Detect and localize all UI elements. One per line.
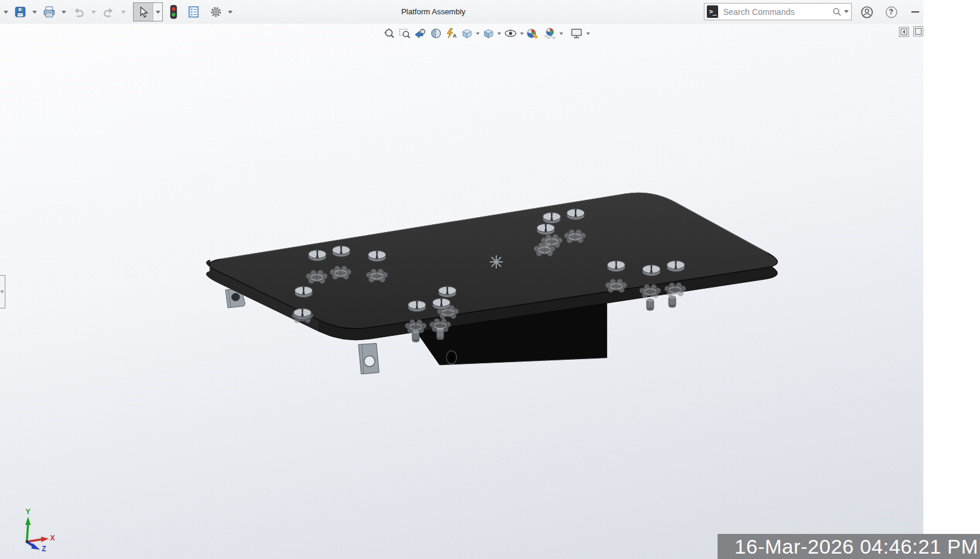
display-style-cube-icon: [482, 27, 495, 39]
interference-check-button[interactable]: [168, 3, 180, 21]
edit-appearance-icon: [526, 27, 540, 39]
print-icon: [42, 5, 56, 18]
task-pane-pin-button[interactable]: [913, 26, 923, 36]
bracket-hole: [364, 356, 375, 367]
edit-appearance-button[interactable]: [525, 27, 541, 40]
search-icon[interactable]: [832, 7, 842, 17]
search-commands-box: >_: [704, 3, 852, 20]
view-orientation-cube-icon: [460, 27, 474, 39]
solidworks-search-logo-icon: >_: [707, 5, 718, 18]
search-commands-input[interactable]: [722, 7, 832, 17]
triad-z-label: Z: [42, 545, 46, 553]
solidworks-window: Platform Assembly >_ ? Evaluate SO: [0, 0, 923, 559]
feature-manager-collapsed-tab[interactable]: [0, 275, 5, 308]
redo-button[interactable]: [100, 3, 118, 21]
apply-scene-button[interactable]: [542, 27, 558, 40]
search-dropdown[interactable]: [844, 10, 849, 13]
save-button[interactable]: [12, 3, 29, 21]
print-dropdown[interactable]: [58, 3, 70, 21]
annotation-wand-icon: A: [445, 27, 458, 39]
dynamic-annotation-button[interactable]: A: [444, 27, 459, 40]
section-view-icon: [429, 27, 443, 39]
account-button[interactable]: [860, 0, 873, 24]
table-list-icon: [187, 5, 200, 18]
previous-view-button[interactable]: [413, 27, 428, 40]
display-style-dropdown[interactable]: [497, 32, 501, 35]
quick-access-toolbar: [0, 0, 236, 24]
timestamp-overlay: 16-Mar-2026 04:46:21 PM: [718, 534, 980, 559]
section-view-button[interactable]: [429, 27, 443, 40]
zoom-to-area-icon: [398, 27, 412, 39]
desktop-background: [923, 0, 980, 559]
reference-triad: Y X Z: [26, 508, 55, 553]
previous-view-icon: [414, 27, 427, 39]
undo-dropdown[interactable]: [88, 3, 100, 21]
view-orientation-dropdown[interactable]: [476, 32, 480, 35]
help-icon: ?: [886, 7, 897, 18]
select-tool-dropdown[interactable]: [153, 3, 162, 21]
gear-icon: [209, 5, 222, 18]
collapse-left-icon: [901, 29, 907, 35]
apply-scene-dropdown[interactable]: [559, 32, 563, 35]
svg-text:A: A: [453, 33, 457, 39]
options-dropdown[interactable]: [224, 3, 236, 21]
options-button[interactable]: [208, 3, 224, 21]
select-tool-button[interactable]: [134, 3, 153, 21]
triad-x-label: X: [50, 534, 55, 542]
mounting-bracket-center[interactable]: [358, 344, 379, 375]
undo-button[interactable]: [70, 3, 88, 21]
print-button[interactable]: [41, 3, 58, 21]
save-icon: [14, 5, 27, 18]
feature-manager-tab-icon: [1, 290, 4, 293]
pin-panel-icon: [915, 28, 922, 35]
hide-show-dropdown[interactable]: [520, 32, 524, 35]
hide-show-items-button[interactable]: [503, 27, 518, 40]
save-dropdown[interactable]: [29, 3, 41, 21]
minimize-icon: [911, 11, 919, 13]
view-settings-button[interactable]: [569, 27, 585, 40]
view-orientation-button[interactable]: [460, 27, 474, 40]
3d-scene[interactable]: Y X Z: [0, 24, 923, 559]
task-pane-collapse-button[interactable]: [899, 27, 909, 37]
minimize-button[interactable]: [909, 0, 921, 24]
help-button[interactable]: ?: [885, 0, 898, 24]
monitor-icon: [570, 27, 584, 39]
display-style-button[interactable]: [481, 27, 496, 40]
eye-icon: [503, 27, 518, 39]
heads-up-view-toolbar: A: [382, 26, 591, 41]
cursor-icon: [138, 6, 149, 18]
graphics-viewport[interactable]: Y X Z: [0, 24, 923, 559]
select-tool-group: [133, 2, 163, 21]
redo-dropdown[interactable]: [118, 3, 129, 21]
zoom-to-fit-icon: [383, 27, 396, 39]
apply-scene-icon: [543, 27, 557, 39]
qat-customize-dropdown[interactable]: [0, 3, 12, 21]
redo-icon: [101, 5, 116, 18]
traffic-light-icon: [169, 5, 178, 19]
triad-y-label: Y: [26, 508, 30, 516]
user-icon: [861, 6, 873, 18]
zoom-to-fit-button[interactable]: [382, 27, 397, 40]
undo-icon: [72, 5, 86, 18]
plate-top-face: [209, 193, 777, 329]
rotate-center-marker: [490, 255, 503, 268]
titlebar: Platform Assembly >_ ?: [0, 0, 923, 24]
view-settings-dropdown[interactable]: [586, 32, 590, 35]
design-table-button[interactable]: [186, 3, 202, 21]
zoom-to-area-button[interactable]: [398, 27, 412, 40]
